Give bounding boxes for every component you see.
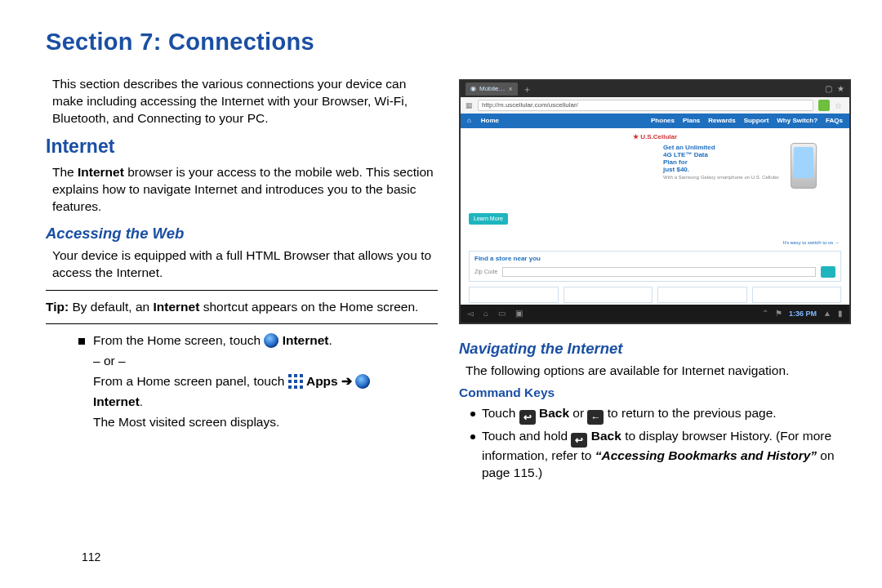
heading-accessing-web: Accessing the Web — [46, 224, 438, 244]
text: The — [52, 165, 78, 179]
bold-back: Back — [539, 406, 569, 420]
bold-internet: Internet — [78, 165, 124, 179]
internet-globe-icon — [355, 374, 370, 389]
text: to return to the previous page. — [608, 406, 777, 420]
card-row — [469, 287, 841, 303]
back-key-icon: ↩ — [571, 433, 587, 448]
text: or — [569, 406, 587, 420]
notif-icon: ⚑ — [775, 308, 782, 319]
text: shortcut appears on the Home screen. — [199, 300, 418, 314]
nav-home: Home — [481, 117, 499, 126]
bullet-row: Touch ↩ Back or ← to return to the previ… — [470, 405, 851, 425]
tip-paragraph: Tip: By default, an Internet shortcut ap… — [46, 299, 438, 316]
square-bullet-icon — [78, 338, 85, 345]
expand-icon: ⌃ — [762, 308, 768, 319]
zip-input — [502, 267, 816, 277]
system-bar: ◅ ⌂ ▭ ▣ ⌃ ⚑ 1:36 PM ▲ ▮ — [461, 305, 849, 323]
battery-icon: ▮ — [838, 308, 843, 319]
browser-tab: ◉ Mobile… × — [466, 82, 518, 96]
page-icon: ▦ — [466, 100, 473, 110]
globe-icon: ◉ — [470, 85, 476, 94]
or-separator: – or – — [93, 353, 438, 370]
home-icon: ⌂ — [483, 308, 488, 319]
left-column: This section describes the various conne… — [46, 76, 438, 485]
wifi-icon: ▲ — [823, 308, 831, 319]
learn-more-button: Learn More — [469, 213, 508, 224]
step-text: From the Home screen, touch Internet. — [93, 332, 332, 350]
dot-bullet-icon — [470, 434, 475, 439]
text: From a Home screen panel, touch — [93, 374, 288, 388]
tip-label: Tip: — [46, 300, 69, 314]
page-body: ★ U.S.Cellular Get an Unlimited 4G LTE™ … — [461, 128, 849, 305]
internet-paragraph: The Internet browser is your access to t… — [52, 164, 438, 216]
close-tab-icon: × — [509, 84, 513, 94]
bookmark-icon: ★ — [837, 83, 844, 95]
back-key-icon: ↩ — [519, 410, 536, 425]
reference-title: “Accessing Bookmarks and History” — [595, 448, 817, 462]
go-button — [818, 100, 830, 111]
text: By default, an — [69, 300, 153, 314]
result-text: The Most visited screen displays. — [93, 414, 438, 431]
url-input: http://m.uscellular.com/uscellular/ — [478, 100, 813, 111]
url-bar: ▦ http://m.uscellular.com/uscellular/ ☆ — [461, 97, 849, 114]
carrier-logo: ★ U.S.Cellular — [633, 133, 677, 142]
back-icon: ◅ — [467, 308, 474, 319]
browser-screenshot: ◉ Mobile… × ＋ ▢ ★ ▦ http://m.uscellular.… — [459, 79, 851, 324]
internet-globe-icon — [264, 333, 278, 348]
tab-bar: ◉ Mobile… × ＋ ▢ ★ — [461, 81, 849, 97]
arrow-right-icon: ➔ — [341, 374, 352, 388]
step-text: From a Home screen panel, touch Apps ➔ — [93, 373, 438, 390]
bold-back: Back — [591, 429, 621, 443]
star-icon: ☆ — [835, 100, 844, 110]
bold-internet: Internet — [93, 394, 140, 408]
bullet-text: Touch ↩ Back or ← to return to the previ… — [482, 405, 777, 425]
nav-item: Support — [744, 117, 769, 126]
nav-item: Why Switch? — [777, 117, 817, 126]
right-column: ◉ Mobile… × ＋ ▢ ★ ▦ http://m.uscellular.… — [459, 76, 851, 485]
page-number: 112 — [82, 550, 100, 565]
text: . — [329, 333, 332, 347]
switch-link: It's easy to switch to us → — [783, 239, 840, 246]
nav-paragraph: The following options are available for … — [466, 363, 851, 380]
home-icon: ⌂ — [467, 117, 471, 126]
new-tab-icon: ＋ — [523, 83, 532, 96]
find-store-box: Find a store near you Zip Code — [469, 251, 841, 282]
card — [657, 287, 747, 303]
section-title: Section 7: Connections — [46, 26, 851, 58]
arrow-left-icon: ← — [587, 410, 604, 425]
zip-label: Zip Code — [474, 268, 497, 275]
dot-bullet-icon — [470, 412, 475, 416]
site-nav: ⌂ Home Phones Plans Rewards Support Why … — [461, 114, 849, 128]
nav-item: Rewards — [708, 117, 735, 126]
go-button — [821, 266, 835, 278]
text: Touch and hold — [482, 429, 571, 443]
bold-apps: Apps — [306, 374, 341, 388]
step-row: From the Home screen, touch Internet. — [78, 332, 438, 350]
apps-grid-icon — [288, 374, 303, 389]
card — [752, 287, 842, 303]
recent-icon: ▭ — [498, 308, 506, 319]
divider — [46, 290, 438, 291]
card — [564, 287, 653, 303]
nav-item: Phones — [651, 117, 675, 126]
card — [469, 287, 559, 303]
text: . — [140, 394, 143, 408]
divider — [46, 323, 438, 324]
bullet-text: Touch and hold ↩ Back to display browser… — [482, 428, 851, 482]
heading-internet: Internet — [46, 134, 438, 159]
screenshot-icon: ▣ — [515, 308, 523, 319]
text: Touch — [482, 406, 519, 420]
tab-label: Mobile… — [479, 85, 506, 94]
find-store-label: Find a store near you — [474, 255, 835, 264]
intro-paragraph: This section describes the various conne… — [52, 76, 438, 127]
phone-image — [791, 143, 817, 189]
clock: 1:36 PM — [789, 309, 817, 318]
bullet-row: Touch and hold ↩ Back to display browser… — [470, 428, 851, 482]
windows-icon: ▢ — [825, 83, 832, 95]
text: From the Home screen, touch — [93, 333, 264, 347]
step-text: Internet. — [93, 394, 438, 411]
bold-internet: Internet — [283, 333, 329, 347]
nav-item: FAQs — [826, 117, 843, 126]
accessing-paragraph: Your device is equipped with a full HTML… — [52, 247, 438, 282]
heading-command-keys: Command Keys — [459, 385, 851, 402]
